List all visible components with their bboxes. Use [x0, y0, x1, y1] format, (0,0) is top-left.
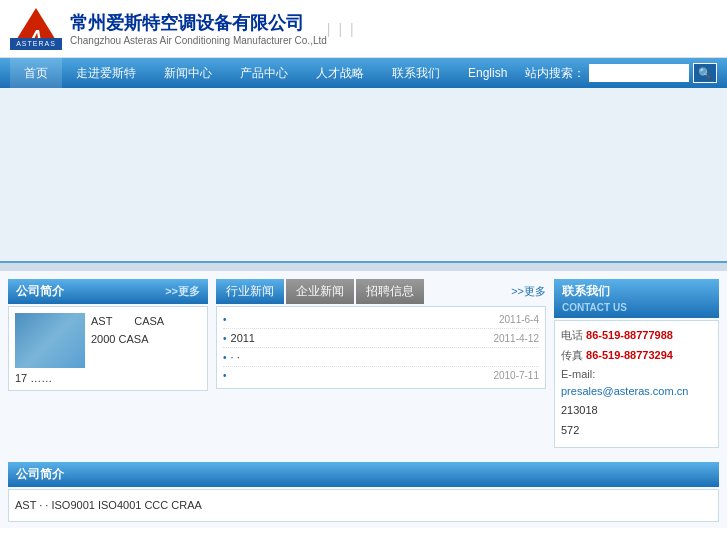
brand-label: ASTERAS	[16, 40, 56, 47]
contact-content: 电话 86-519-88777988 传真 86-519-88773294 E-…	[554, 320, 719, 448]
fax-line: 传真 86-519-88773294	[561, 347, 712, 364]
news-item-4: • 2010-7-11	[223, 367, 539, 384]
company-intro-header: 公司简介 >>更多	[8, 279, 208, 304]
main-content: 公司简介 >>更多 AST CASA 2000 CASA 17 …… 行业新闻 …	[0, 271, 727, 456]
news-tab-company[interactable]: 企业新闻	[286, 279, 354, 304]
email-line: E-mail: presales@asteras.com.cn	[561, 366, 712, 399]
nav-item-contact[interactable]: 联系我们	[378, 58, 454, 88]
contact-label: 联系我们	[562, 284, 610, 298]
num2-value: 572	[561, 424, 579, 436]
search-label: 站内搜索：	[525, 65, 585, 82]
logo-area: A ASTERAS 常州爱斯特空调设备有限公司 Changzhou Astera…	[10, 8, 327, 50]
company-image	[15, 313, 85, 368]
search-input[interactable]	[589, 64, 689, 82]
bullet-icon-2: •	[223, 333, 227, 344]
postal-line: 213018	[561, 402, 712, 419]
divider-2: |	[338, 21, 342, 37]
company-intro-section: 公司简介 >>更多 AST CASA 2000 CASA 17 ……	[8, 279, 208, 448]
company-intro-more[interactable]: >>更多	[165, 284, 200, 299]
nav-item-english[interactable]: English	[454, 58, 521, 88]
email-value[interactable]: presales@asteras.com.cn	[561, 385, 688, 397]
bottom-content: AST · · ISO9001 ISO4001 CCC CRAA	[8, 489, 719, 522]
logo-icon: A ASTERAS	[10, 8, 62, 50]
news-tabs: 行业新闻 企业新闻 招聘信息	[216, 279, 424, 304]
bullet-icon-3: •	[223, 352, 227, 363]
email-label: E-mail:	[561, 368, 595, 380]
bottom-text: AST · · ISO9001 ISO4001 CCC CRAA	[15, 499, 202, 511]
company-num: 17 ……	[15, 372, 201, 384]
news-date-2: 2011-4-12	[493, 333, 539, 344]
postal-value: 213018	[561, 404, 598, 416]
news-date-1: 2011-6-4	[499, 314, 539, 325]
nav-item-about[interactable]: 走进爱斯特	[62, 58, 150, 88]
search-button[interactable]: 🔍	[693, 63, 717, 83]
company-name-zh: 常州爱斯特空调设备有限公司	[70, 11, 327, 35]
fax-value: 86-519-88773294	[586, 349, 673, 361]
bottom-section-header: 公司简介	[8, 462, 719, 487]
divider-3: |	[350, 21, 354, 37]
news-section: 行业新闻 企业新闻 招聘信息 >>更多 • 2011-6-4 • 2011 20…	[216, 279, 546, 448]
news-title-3[interactable]: · ·	[231, 351, 531, 363]
bottom-section-label: 公司简介	[16, 467, 64, 481]
fax-label: 传真	[561, 349, 583, 361]
num2-line: 572	[561, 422, 712, 439]
header: A ASTERAS 常州爱斯特空调设备有限公司 Changzhou Astera…	[0, 0, 727, 58]
bottom-section: 公司简介 AST · · ISO9001 ISO4001 CCC CRAA	[0, 456, 727, 528]
phone-label: 电话	[561, 329, 583, 341]
search-area: 站内搜索： 🔍	[525, 63, 717, 83]
news-date-4: 2010-7-11	[493, 370, 539, 381]
nav-item-news[interactable]: 新闻中心	[150, 58, 226, 88]
nav-item-talent[interactable]: 人才战略	[302, 58, 378, 88]
nav-item-home[interactable]: 首页	[10, 58, 62, 88]
company-intro-content: AST CASA 2000 CASA 17 ……	[8, 306, 208, 391]
navigation: 首页 走进爱斯特 新闻中心 产品中心 人才战略 联系我们 English 站内搜…	[0, 58, 727, 88]
news-list: • 2011-6-4 • 2011 2011-4-12 • · · • 2010…	[216, 306, 546, 389]
news-item-2: • 2011 2011-4-12	[223, 329, 539, 348]
header-dividers: | | |	[327, 21, 354, 37]
news-item-1: • 2011-6-4	[223, 311, 539, 329]
news-more-link[interactable]: >>更多	[511, 284, 546, 299]
phone-line: 电话 86-519-88777988	[561, 327, 712, 344]
nav-item-products[interactable]: 产品中心	[226, 58, 302, 88]
bullet-icon-1: •	[223, 314, 227, 325]
news-tab-industry[interactable]: 行业新闻	[216, 279, 284, 304]
company-intro-label: 公司简介	[16, 283, 64, 300]
company-name-en: Changzhou Asteras Air Conditioning Manuf…	[70, 35, 327, 46]
phone-value: 86-519-88777988	[586, 329, 673, 341]
company-info: 常州爱斯特空调设备有限公司 Changzhou Asteras Air Cond…	[70, 11, 327, 46]
contact-section: 联系我们 CONTACT US 电话 86-519-88777988 传真 86…	[554, 279, 719, 448]
divider-1: |	[327, 21, 331, 37]
news-item-3: • · ·	[223, 348, 539, 367]
banner-area	[0, 88, 727, 263]
news-tab-recruit[interactable]: 招聘信息	[356, 279, 424, 304]
contact-sub-label: CONTACT US	[562, 302, 627, 313]
news-header: 行业新闻 企业新闻 招聘信息 >>更多	[216, 279, 546, 304]
news-title-2[interactable]: 2011	[231, 332, 486, 344]
section-separator	[0, 263, 727, 271]
bullet-icon-4: •	[223, 370, 227, 381]
contact-header: 联系我们 CONTACT US	[554, 279, 719, 318]
